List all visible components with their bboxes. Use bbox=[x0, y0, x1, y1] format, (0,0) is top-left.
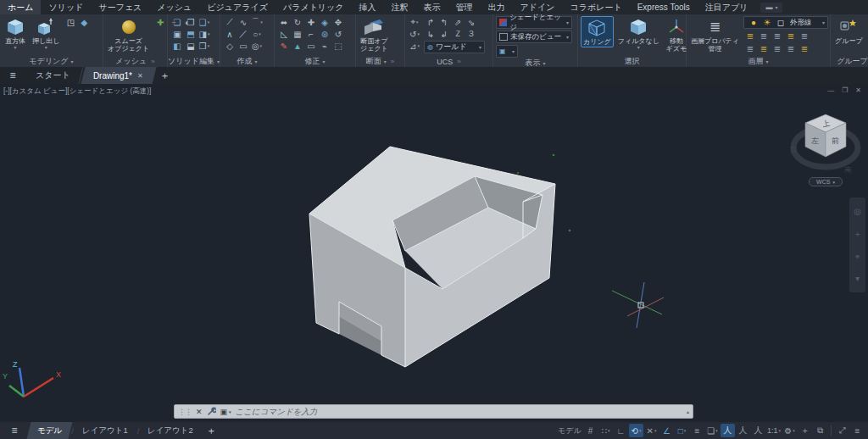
navbar-tool-icon[interactable]: ◎ bbox=[854, 207, 861, 216]
navbar-tool-icon[interactable]: ⌖ bbox=[855, 252, 860, 262]
modify-icon[interactable]: ▲ bbox=[291, 40, 304, 52]
status-toggle[interactable]: ⤢ bbox=[835, 424, 849, 437]
solid-edit-icon[interactable]: ❑▾ bbox=[198, 16, 211, 28]
solid-edit-icon[interactable]: ❒▾ bbox=[198, 40, 211, 52]
model-viewport[interactable]: Z X Y [-][カスタム ビュー][シェードとエッジ (高速)] — ❐ ✕… bbox=[0, 84, 868, 422]
panel-title-selection[interactable]: 選択 bbox=[578, 56, 686, 67]
status-toggle[interactable]: ∟ bbox=[614, 424, 628, 437]
wcs-menu[interactable]: WCS ▾ bbox=[809, 177, 843, 186]
panel-title-solid-edit[interactable]: ソリッド編集 ▾ bbox=[168, 56, 220, 67]
layer-tool-icon[interactable]: ≣ bbox=[771, 30, 784, 42]
ucs-icon[interactable]: ↺▾ bbox=[408, 28, 421, 40]
layer-state-icon[interactable]: ☀ bbox=[760, 17, 774, 29]
extrude-button[interactable]: 押し出し ▾ bbox=[31, 16, 61, 51]
status-toggle[interactable]: ⟲▾ bbox=[629, 424, 643, 437]
navigation-bar[interactable]: ◎＋⌖▾ bbox=[849, 197, 865, 292]
culling-button[interactable]: カリング bbox=[581, 16, 614, 47]
minimize-icon[interactable]: — bbox=[827, 86, 834, 94]
panel-title-section[interactable]: 断面 ▾ » bbox=[356, 56, 404, 67]
viewport-controls-label[interactable]: [-][カスタム ビュー][シェードとエッジ (高速)] bbox=[3, 86, 151, 97]
modify-icon[interactable]: ✚ bbox=[304, 16, 318, 28]
modify-icon[interactable]: ⌐ bbox=[304, 28, 318, 40]
panel-title-layers[interactable]: 画層 ▾ bbox=[687, 56, 830, 67]
ucs-icon[interactable]: ↳ bbox=[424, 28, 437, 40]
tab-drawing1[interactable]: Drawing1* ✕ bbox=[81, 67, 156, 84]
panel-title-modify[interactable]: 修正 ▾ bbox=[275, 56, 355, 67]
model-3d-solid[interactable]: Z X Y bbox=[0, 84, 868, 422]
layout-tab[interactable]: モデル bbox=[27, 422, 73, 439]
ucs-icon[interactable]: ⇘ bbox=[465, 16, 478, 28]
layer-tool-icon[interactable]: ≣ bbox=[784, 42, 798, 54]
layer-tool-icon[interactable]: ≣ bbox=[784, 30, 798, 42]
viewcube[interactable]: 西 南 上 左 前 WCS ▾ bbox=[788, 101, 863, 191]
status-toggle[interactable]: 人 bbox=[736, 424, 750, 437]
move-gizmo-button[interactable]: 移動 ギズモ bbox=[664, 16, 689, 53]
menu-tab[interactable]: 表示 bbox=[416, 0, 448, 14]
status-toggle[interactable]: ＋ bbox=[798, 424, 812, 437]
menu-tab[interactable]: サーフェス bbox=[91, 0, 149, 14]
navbar-tool-icon[interactable]: ＋ bbox=[854, 228, 862, 240]
ribbon-display-toggle[interactable]: ▬ ▾ bbox=[760, 3, 782, 13]
menu-tab[interactable]: 管理 bbox=[448, 0, 481, 14]
solid-edit-icon[interactable]: ◧ bbox=[170, 40, 184, 52]
mesh-small-icon[interactable]: ✚ bbox=[153, 16, 167, 28]
layout-menu-icon[interactable]: ≡ bbox=[0, 422, 29, 439]
draw-icon[interactable]: ∿ bbox=[236, 16, 250, 28]
status-toggle[interactable]: ⚙▾ bbox=[782, 424, 797, 437]
modeling-small-icon[interactable]: ◳ bbox=[64, 16, 77, 28]
panel-title-group[interactable]: グループ ▾ bbox=[831, 56, 868, 67]
layer-tool-icon[interactable]: ≣ bbox=[743, 42, 757, 54]
new-layout-button[interactable]: ＋ bbox=[203, 422, 220, 439]
draw-icon[interactable]: ◇ bbox=[223, 40, 236, 52]
panel-title-ucs[interactable]: UCS » bbox=[405, 56, 492, 67]
layer-state-icon[interactable]: ● bbox=[747, 17, 760, 29]
smooth-object-button[interactable]: スムーズ オブジェクト bbox=[106, 16, 151, 53]
ucs-icon[interactable]: ３ bbox=[465, 28, 478, 40]
command-bar[interactable]: ⋮⋮ ✕ ▣▾ ▴ bbox=[174, 404, 693, 419]
no-filter-button[interactable]: フィルタなし ▾ bbox=[616, 16, 661, 51]
command-resize-icon[interactable]: ▴ bbox=[687, 408, 689, 414]
panel-title-modeling[interactable]: モデリング ▾ bbox=[0, 56, 103, 67]
modify-icon[interactable]: ⊛ bbox=[318, 28, 331, 40]
modeling-small-icon[interactable]: ◆ bbox=[77, 16, 91, 28]
menu-tab[interactable]: Express Tools bbox=[630, 0, 698, 14]
layer-tool-icon[interactable]: ≣ bbox=[743, 30, 757, 42]
draw-icon[interactable]: ⌒▾ bbox=[250, 16, 264, 28]
modify-icon[interactable]: ⬚ bbox=[331, 40, 345, 52]
draw-icon[interactable]: ∧ bbox=[223, 28, 236, 40]
layer-tool-icon[interactable]: ≣ bbox=[798, 30, 811, 42]
restore-icon[interactable]: ❐ bbox=[842, 86, 848, 94]
status-toggle[interactable]: ≡ bbox=[850, 424, 865, 437]
visual-style-combo[interactable]: シェードとエッジ ▾ bbox=[496, 16, 572, 29]
menu-tab[interactable]: メッシュ bbox=[149, 0, 199, 14]
ucs-icon[interactable]: ⌖▾ bbox=[408, 16, 421, 28]
solid-edit-icon[interactable]: ⬒ bbox=[184, 28, 198, 40]
status-toggle[interactable]: モデル bbox=[557, 424, 582, 437]
menu-tab[interactable]: ホーム bbox=[0, 0, 41, 14]
ucs-icon[interactable]: ↰ bbox=[437, 16, 451, 28]
draw-icon[interactable]: ⟋ bbox=[223, 16, 236, 28]
viewport-control-combo[interactable]: ▣ ▾ bbox=[496, 45, 518, 58]
status-toggle[interactable]: ❏▾ bbox=[705, 424, 720, 437]
layer-tool-icon[interactable]: ≣ bbox=[798, 42, 811, 54]
modify-icon[interactable]: ⌁ bbox=[318, 40, 331, 52]
customize-wrench-icon[interactable] bbox=[207, 407, 216, 416]
modify-icon[interactable]: ▭ bbox=[304, 40, 318, 52]
ucs-icon[interactable]: Ｚ bbox=[451, 28, 465, 40]
command-grip-icon[interactable]: ⋮⋮ bbox=[178, 408, 192, 416]
file-tabs-menu-icon[interactable]: ≡ bbox=[0, 67, 25, 84]
modify-icon[interactable]: ◺ bbox=[277, 28, 291, 40]
status-toggle[interactable]: □▾ bbox=[675, 424, 689, 437]
ucs-combo[interactable]: ◍ ワールド ▾ bbox=[424, 41, 485, 53]
modify-icon[interactable]: ⬌ bbox=[277, 16, 291, 28]
menu-tab[interactable]: ソリッド bbox=[41, 0, 91, 14]
status-toggle[interactable]: ≡ bbox=[690, 424, 704, 437]
menu-tab[interactable]: ビジュアライズ bbox=[199, 0, 275, 14]
layer-properties-button[interactable]: ≣ 画層プロパティ 管理 bbox=[689, 16, 741, 53]
status-toggle[interactable]: ⧉ bbox=[813, 424, 827, 437]
command-input[interactable] bbox=[236, 407, 682, 416]
view-combo[interactable]: 未保存のビュー ▾ bbox=[496, 31, 572, 43]
menu-tab[interactable]: 注目アプリ bbox=[698, 0, 756, 14]
box-button[interactable]: 直方体 ▾ bbox=[3, 16, 28, 51]
layer-combo[interactable]: ●☀◻ 外形線 ▾ bbox=[743, 16, 828, 29]
